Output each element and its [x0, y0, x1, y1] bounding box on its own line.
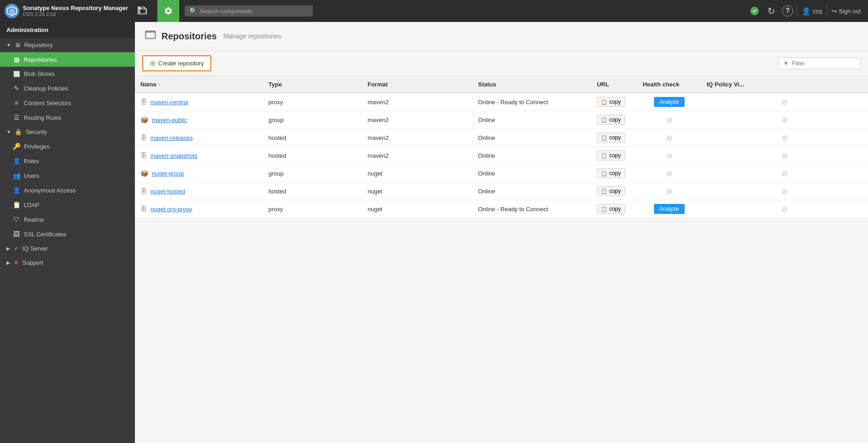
support-icon: ✖: [14, 259, 19, 266]
copy-url-button[interactable]: 📋 copy: [597, 115, 625, 125]
col-header-health-check[interactable]: Health check: [637, 76, 701, 93]
cell-format: nuget: [362, 165, 472, 182]
cell-url: 📋 copy: [591, 200, 637, 218]
cell-url: 📋 copy: [591, 165, 637, 182]
brand: Sonatype Nexus Repository Manager OSS 3.…: [5, 4, 128, 18]
sidebar-section-security-label: Security: [26, 128, 47, 135]
sidebar-item-users[interactable]: 👥 Users: [0, 168, 135, 183]
copy-icon: 📋: [601, 171, 607, 176]
sidebar-item-routing-rules[interactable]: ☰ Routing Rules: [0, 110, 135, 125]
iq-policy-disabled-icon: ⊘: [782, 205, 788, 213]
brand-logo: [5, 4, 19, 18]
repo-name-link[interactable]: nuget-group: [152, 170, 184, 177]
cell-health-check: ⊘: [637, 111, 701, 129]
sidebar: Administration ▼ 🖥 Repository ▦ Reposito…: [0, 22, 135, 443]
cell-format: maven2: [362, 111, 472, 129]
sidebar-item-realms[interactable]: 🛡 Realms: [0, 212, 135, 227]
table-row: 🗄 maven-central proxymaven2Online - Read…: [135, 93, 868, 111]
filter-input[interactable]: [792, 60, 856, 67]
col-header-url[interactable]: URL: [591, 76, 637, 93]
sidebar-item-privileges[interactable]: 🔑 Privileges: [0, 139, 135, 154]
sidebar-item-ldap[interactable]: 📋 LDAP: [0, 197, 135, 212]
copy-icon: 📋: [601, 135, 607, 141]
sidebar-section-security[interactable]: ▼ 🔒 Security: [0, 125, 135, 139]
copy-icon: 📋: [601, 206, 607, 212]
iq-policy-disabled-icon: ⊘: [782, 152, 788, 160]
cell-status: Online: [472, 111, 591, 129]
col-header-iq-policy[interactable]: IQ Policy Vi...: [701, 76, 868, 93]
sidebar-section-repository[interactable]: ▼ 🖥 Repository: [0, 38, 135, 52]
sidebar-section-support[interactable]: ▶ ✖ Support: [0, 256, 135, 270]
analyze-button[interactable]: Analyze: [654, 97, 685, 107]
table-header-row: Name ↑ Type Format Status URL Health che…: [135, 76, 868, 93]
analyze-button[interactable]: Analyze: [654, 204, 685, 214]
cell-format: maven2: [362, 93, 472, 111]
settings-nav-btn[interactable]: [157, 0, 179, 22]
row-type-icon: 🗄: [140, 134, 147, 141]
copy-icon: 📋: [601, 153, 607, 159]
repo-name-link[interactable]: maven-public: [152, 117, 187, 123]
health-check-disabled-icon: ⊘: [666, 134, 672, 142]
cell-type: group: [263, 111, 362, 129]
sidebar-item-blob-stores[interactable]: ⬜ Blob Stores: [0, 67, 135, 81]
col-header-format[interactable]: Format: [362, 76, 472, 93]
sidebar-item-roles-label: Roles: [24, 158, 39, 165]
roles-icon: 👤: [13, 157, 20, 165]
repositories-table: Name ↑ Type Format Status URL Health che…: [135, 76, 868, 218]
repo-name-link[interactable]: nuget-hosted: [150, 188, 185, 195]
signout-btn[interactable]: ↪ Sign out: [829, 7, 863, 15]
refresh-icon[interactable]: ↻: [764, 4, 778, 18]
iq-policy-disabled-icon: ⊘: [782, 134, 788, 142]
repo-name-link[interactable]: nuget.org-proxy: [150, 206, 192, 213]
col-header-status[interactable]: Status: [472, 76, 591, 93]
copy-label: copy: [609, 188, 621, 194]
col-header-name[interactable]: Name ↑: [135, 76, 263, 93]
sidebar-item-repositories[interactable]: ▦ Repositories: [0, 52, 135, 67]
sidebar-item-content-selectors[interactable]: ≡ Content Selectors: [0, 96, 135, 110]
copy-url-button[interactable]: 📋 copy: [597, 168, 625, 178]
sidebar-item-content-selectors-label: Content Selectors: [24, 100, 71, 107]
search-input[interactable]: [200, 8, 308, 15]
status-ok-icon[interactable]: [747, 4, 762, 18]
realms-icon: 🛡: [13, 216, 20, 223]
help-icon[interactable]: ?: [782, 5, 793, 16]
create-repository-button[interactable]: ⊕ Create repository: [142, 55, 211, 71]
user-avatar-icon: 👤: [802, 7, 811, 16]
row-type-icon: 🗄: [140, 205, 147, 213]
copy-url-button[interactable]: 📋 copy: [597, 97, 625, 107]
cell-url: 📋 copy: [591, 182, 637, 200]
sidebar-item-blob-stores-label: Blob Stores: [24, 70, 54, 77]
row-type-icon: 📦: [140, 116, 148, 123]
sidebar-section-iq-server[interactable]: ▶ ✔ IQ Server: [0, 241, 135, 256]
sidebar-item-roles[interactable]: 👤 Roles: [0, 154, 135, 168]
copy-url-button[interactable]: 📋 copy: [597, 204, 625, 214]
cell-type: proxy: [263, 93, 362, 111]
cell-name: 🗄 maven-central: [135, 93, 263, 111]
row-type-icon: 🗄: [140, 187, 147, 195]
cell-type: hosted: [263, 129, 362, 147]
page-subtitle: Manage repositories: [223, 32, 281, 40]
search-box: 🔍: [185, 5, 313, 16]
cell-format: maven2: [362, 147, 472, 165]
caret-right-icon-iq: ▶: [6, 246, 10, 251]
cell-health-check: ⊘: [637, 165, 701, 182]
cell-iq-policy: ⊘: [701, 129, 868, 147]
copy-url-button[interactable]: 📋 copy: [597, 186, 625, 196]
repo-name-link[interactable]: maven-snapshots: [150, 152, 198, 159]
browse-nav-btn[interactable]: [132, 0, 154, 22]
sidebar-item-cleanup-policies[interactable]: ✎ Cleanup Policies: [0, 81, 135, 96]
copy-url-button[interactable]: 📋 copy: [597, 133, 625, 143]
copy-url-button[interactable]: 📋 copy: [597, 150, 625, 160]
page-header: Repositories Manage repositories: [135, 22, 868, 51]
user-menu[interactable]: 👤 zzq: [799, 7, 825, 16]
repo-name-link[interactable]: maven-central: [150, 99, 188, 106]
cell-name: 🗄 maven-snapshots: [135, 147, 263, 165]
col-header-type[interactable]: Type: [263, 76, 362, 93]
main-content: Repositories Manage repositories ⊕ Creat…: [135, 22, 868, 443]
sidebar-item-ssl-certificates[interactable]: 🖼 SSL Certificates: [0, 227, 135, 241]
repo-name-link[interactable]: maven-releases: [150, 134, 193, 141]
anonymous-access-icon: 👤: [13, 187, 20, 194]
sidebar-item-anonymous-access[interactable]: 👤 Anonymous Access: [0, 183, 135, 197]
repositories-icon: ▦: [13, 56, 20, 63]
sidebar-item-anonymous-access-label: Anonymous Access: [24, 187, 75, 194]
